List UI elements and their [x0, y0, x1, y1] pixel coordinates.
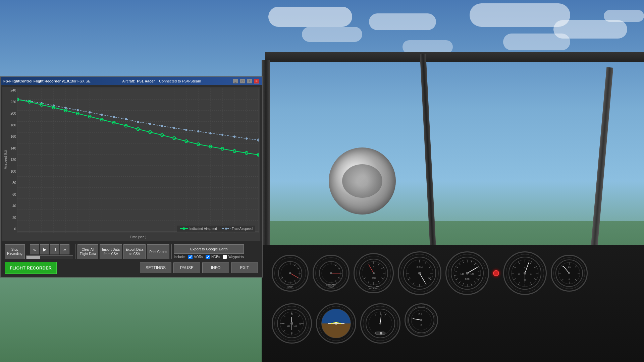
svg-line-79	[467, 267, 477, 274]
cloud	[503, 34, 570, 50]
svg-point-134	[290, 322, 293, 325]
forward-button[interactable]: »	[60, 244, 69, 254]
svg-text:0: 0	[569, 278, 570, 280]
svg-point-116	[277, 309, 306, 338]
svg-text:20: 20	[518, 273, 520, 275]
svg-point-40	[406, 260, 433, 287]
svg-point-101	[524, 272, 526, 275]
svg-line-154	[413, 318, 421, 320]
clear-all-button[interactable]: Clear All Flight Data	[77, 244, 98, 259]
info-button[interactable]: INFO	[202, 262, 229, 273]
nav-controls: « ▶ ⏸ »	[26, 244, 73, 259]
svg-text:30: 30	[524, 279, 526, 281]
svg-line-127	[299, 330, 300, 332]
pause-button[interactable]: PAUSE	[173, 262, 200, 273]
waypoints-checkbox[interactable]	[223, 255, 227, 259]
gauge-rpm: RPM 0 50	[398, 251, 441, 295]
svg-line-49	[413, 283, 414, 285]
svg-text:50: 50	[428, 277, 431, 280]
play-button[interactable]: ▶	[40, 244, 49, 254]
svg-text:N: N	[291, 313, 292, 315]
export-csv-button[interactable]: Export Data as CSV	[123, 244, 146, 259]
svg-line-70	[455, 279, 458, 280]
svg-line-131	[283, 315, 285, 317]
flight-recorder-button[interactable]: FLIGHT RECORDER	[5, 262, 57, 274]
svg-line-59	[471, 260, 472, 263]
export-google-earth-button[interactable]: Export to Google Earth	[174, 244, 244, 254]
ndbs-checkbox[interactable]	[206, 255, 210, 259]
svg-text:E: E	[300, 322, 301, 325]
rewind-button[interactable]: «	[30, 244, 39, 254]
svg-line-10	[281, 278, 283, 279]
gauge-altimeter: 30 0 30 20	[503, 251, 547, 295]
svg-point-195	[89, 111, 91, 114]
svg-line-35	[368, 281, 369, 283]
svg-line-93	[513, 266, 516, 268]
y-axis-title-container: Airspeed (kt)	[3, 87, 8, 233]
svg-point-56	[451, 257, 483, 289]
svg-line-146	[380, 314, 381, 323]
svg-text:140: 140	[460, 273, 464, 275]
svg-line-87	[534, 279, 537, 280]
svg-line-66	[471, 283, 472, 286]
svg-point-234	[225, 228, 227, 230]
exit-button[interactable]: EXIT	[231, 262, 258, 273]
svg-line-54	[420, 273, 426, 283]
svg-line-62	[478, 271, 481, 271]
settings-button[interactable]: SETTINGS	[140, 262, 171, 273]
svg-text:140: 140	[287, 325, 290, 327]
svg-point-200	[149, 123, 151, 125]
print-charts-button[interactable]: Print Charts	[147, 244, 169, 259]
x-axis-label: Time (sec.)	[17, 235, 259, 239]
svg-text:30: 30	[524, 266, 526, 268]
gauges-row: Stop	[262, 245, 644, 302]
svg-point-24	[360, 259, 388, 287]
svg-point-140	[335, 322, 337, 324]
svg-point-12	[289, 272, 291, 274]
svg-text:160: 160	[293, 325, 297, 327]
svg-point-13	[319, 261, 343, 285]
svg-line-33	[378, 281, 380, 283]
vors-checkbox-label[interactable]: VORs	[188, 255, 203, 259]
svg-line-145	[385, 314, 386, 316]
instrument-panel: Stop	[262, 245, 644, 362]
progress-bar[interactable]	[26, 255, 73, 259]
svg-line-32	[381, 278, 384, 279]
chart-plot-area	[17, 88, 259, 233]
close-button[interactable]: ✕	[254, 79, 259, 83]
cockpit-top-frame	[265, 52, 644, 62]
progress-bar-fill	[26, 256, 40, 259]
gauge-fuel: FULL E	[405, 303, 438, 337]
svg-point-117	[280, 312, 304, 335]
svg-line-107	[575, 279, 577, 281]
ndbs-checkbox-label[interactable]: NDBs	[206, 255, 220, 259]
svg-line-30	[381, 267, 384, 269]
svg-point-1	[281, 264, 300, 283]
stop-recording-button[interactable]: Stop Recording	[5, 244, 25, 259]
help-button[interactable]: ?	[247, 79, 252, 83]
svg-text:180: 180	[465, 278, 470, 281]
gauge-gyro: N E S W 140 160	[272, 303, 312, 344]
maximize-button[interactable]: □	[240, 79, 245, 83]
waypoints-checkbox-label[interactable]: Waypoints	[223, 255, 244, 259]
gauge-coolant-temp-label: COOLANTTEMP	[326, 284, 336, 288]
y-axis-title: Airspeed (kt)	[4, 150, 7, 169]
svg-point-81	[509, 257, 541, 289]
recorder-window: FS-FlightControl Flight Recorder v1.0.1f…	[0, 76, 263, 278]
svg-line-85	[534, 266, 537, 268]
gauge-vsi: 1.5 0	[551, 255, 588, 292]
svg-line-11	[290, 273, 298, 278]
gauge-induction-label: INDUCTIONAIR TEMP	[368, 286, 379, 290]
svg-line-125	[299, 315, 300, 317]
vors-checkbox[interactable]	[188, 255, 193, 259]
svg-point-155	[420, 319, 422, 321]
svg-line-111	[561, 265, 563, 267]
svg-text:W: W	[282, 322, 285, 325]
svg-line-88	[530, 283, 532, 285]
pause-nav-button[interactable]: ⏸	[50, 244, 59, 254]
svg-text:E: E	[421, 324, 422, 326]
gauge-turn-coordinator	[360, 303, 400, 344]
minimize-button[interactable]: _	[233, 79, 238, 83]
bottom-controls-row: FLIGHT RECORDER SETTINGS PAUSE INFO EXIT	[3, 260, 259, 275]
import-csv-button[interactable]: Import Data from CSV	[100, 244, 122, 259]
